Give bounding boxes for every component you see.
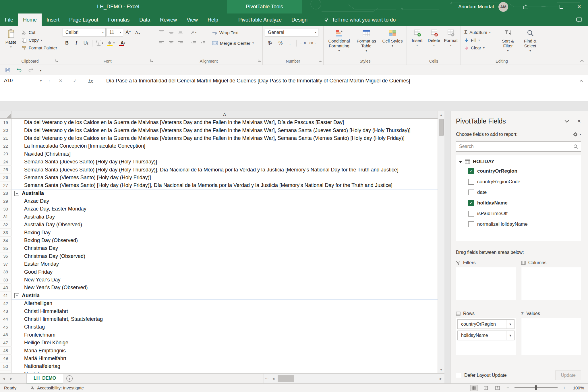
orientation-button[interactable]: ▾ xyxy=(189,28,198,36)
row-header[interactable]: 37 xyxy=(0,260,11,268)
maximize-button[interactable] xyxy=(552,0,570,13)
field-checkbox[interactable]: ✓ xyxy=(468,200,474,206)
user-name[interactable]: Arindam Mondal xyxy=(458,4,494,10)
field-row[interactable]: ✓ date xyxy=(456,187,581,198)
formula-bar-splitter[interactable]: ⋮ xyxy=(47,78,51,83)
tab-splitter[interactable]: ⋯ xyxy=(264,376,270,381)
cell[interactable]: − Día del Veterano y de los Caidos en la… xyxy=(11,126,438,134)
formula-input[interactable]: Día Pase a la Inmortalidad del General M… xyxy=(106,75,571,86)
align-left-button[interactable] xyxy=(157,38,166,47)
ribbon-tab[interactable]: Page Layout xyxy=(64,13,103,26)
horizontal-scroll-thumb[interactable] xyxy=(278,375,294,382)
row-header[interactable]: 35 xyxy=(0,244,11,252)
cell[interactable]: − Christtag xyxy=(11,323,438,331)
row-header[interactable]: 36 xyxy=(0,252,11,260)
field-row[interactable]: ✓ isPaidTimeOff xyxy=(456,208,581,219)
ribbon-tab[interactable]: File xyxy=(0,13,18,26)
cell[interactable]: − Fronleichnam xyxy=(11,331,438,339)
cell[interactable]: − New Year's Day xyxy=(11,276,438,284)
row-header[interactable]: 41 xyxy=(0,292,11,300)
rows-field-pill[interactable]: holidayName ▼ xyxy=(457,331,514,340)
cell[interactable]: − Neujahr xyxy=(11,370,438,374)
format-as-table-button[interactable]: Format as Table ▾ xyxy=(353,28,380,57)
borders-button[interactable]: ▾ xyxy=(94,39,105,47)
redo-button[interactable] xyxy=(26,66,35,74)
cell[interactable]: − Mariä Himmelfahrt xyxy=(11,355,438,362)
table-node[interactable]: HOLIDAY xyxy=(456,158,581,166)
cut-button[interactable]: Cut xyxy=(20,28,58,36)
row-header[interactable]: 21 xyxy=(0,134,11,142)
defer-layout-checkbox[interactable]: Defer Layout Update xyxy=(456,373,507,378)
sheet-nav-left-icon[interactable]: ◀ xyxy=(0,374,7,383)
scroll-left-icon[interactable]: ◀ xyxy=(270,377,277,380)
font-size-select[interactable]: 11▾ xyxy=(107,28,123,37)
ribbon-tab[interactable]: Design xyxy=(287,13,312,26)
find-select-button[interactable]: Find & Select ▾ xyxy=(519,28,541,57)
page-break-view-button[interactable] xyxy=(494,385,501,391)
cell[interactable]: − Australia Day xyxy=(11,213,438,221)
vertical-scroll-thumb[interactable] xyxy=(439,119,444,136)
row-header[interactable]: 30 xyxy=(0,205,11,213)
zoom-out-button[interactable]: − xyxy=(506,385,510,391)
cell[interactable]: − Heilige Drei Könige xyxy=(11,339,438,347)
close-button[interactable]: ✕ xyxy=(570,0,588,13)
cell[interactable]: − Christmas Day (Observed) xyxy=(11,252,438,260)
cell[interactable]: − Día del Veterano y de los Caidos en la… xyxy=(11,119,438,126)
fill-color-button[interactable]: ▾ xyxy=(106,39,117,47)
row-header[interactable]: 23 xyxy=(0,150,11,158)
cell[interactable]: − Australia Day (Observed) xyxy=(11,221,438,229)
percent-style-button[interactable]: % xyxy=(276,39,285,47)
cell[interactable]: − Good Friday xyxy=(11,268,438,276)
cell[interactable]: − Christi Himmelfahrt, Staatsfeiertag xyxy=(11,315,438,323)
sort-filter-button[interactable]: Sort & Filter ▾ xyxy=(497,28,519,57)
minimize-button[interactable] xyxy=(535,0,552,13)
field-row[interactable]: ✓ countryRegionCode xyxy=(456,176,581,187)
customize-qat-button[interactable]: ▾ xyxy=(38,66,44,74)
sheet-tab[interactable]: LH_DEMO xyxy=(26,374,63,383)
horizontal-scrollbar[interactable]: ⋯ ◀ ▶ xyxy=(264,374,444,383)
cell[interactable]: − Anzac Day xyxy=(11,197,438,205)
format-painter-button[interactable]: Format Painter xyxy=(20,44,58,52)
cell[interactable]: − Australia xyxy=(11,190,438,197)
align-right-button[interactable] xyxy=(176,38,185,47)
tools-menu-button[interactable]: ▾ xyxy=(572,132,581,137)
cell[interactable]: − Austria xyxy=(11,292,438,300)
row-header[interactable]: 19 xyxy=(0,119,11,126)
row-header[interactable]: 20 xyxy=(0,126,11,134)
field-checkbox[interactable]: ✓ xyxy=(468,168,474,174)
decrease-font-size-button[interactable]: A▼ xyxy=(134,28,142,37)
format-cells-button[interactable]: Format ▾ xyxy=(443,28,459,57)
row-header[interactable]: 40 xyxy=(0,284,11,291)
paste-button[interactable]: Paste ▾ xyxy=(2,28,20,57)
accessibility-status[interactable]: Accessibility: Investigate xyxy=(30,385,84,390)
conditional-formatting-button[interactable]: Conditional Formatting ▾ xyxy=(326,28,352,57)
avatar[interactable]: AM xyxy=(498,2,508,12)
cell-styles-button[interactable]: Cell Styles ▾ xyxy=(380,28,405,57)
collapse-ribbon-icon[interactable] xyxy=(580,60,584,62)
cell[interactable]: − La Inmaculada Concepción [Immaculate C… xyxy=(11,142,438,150)
decrease-decimal-button[interactable]: .00→ xyxy=(308,39,317,47)
row-header[interactable]: 33 xyxy=(0,229,11,236)
merge-center-button[interactable]: Merge & Center ▾ xyxy=(211,39,255,47)
field-checkbox[interactable]: ✓ xyxy=(468,179,474,185)
insert-function-button[interactable]: fx xyxy=(85,75,96,86)
bold-button[interactable]: B xyxy=(63,39,71,47)
clear-button[interactable]: Clear ▾ xyxy=(463,44,496,52)
ribbon-tab[interactable]: Formulas xyxy=(103,13,134,26)
sheet-nav-right-icon[interactable]: ▶ xyxy=(7,374,15,383)
cell[interactable]: − Semana Santa (Viernes Santo) [Holy day… xyxy=(11,174,438,181)
cell[interactable]: − Nationalfeiertag xyxy=(11,362,438,370)
row-header[interactable]: 31 xyxy=(0,213,11,221)
collapse-group-button[interactable]: − xyxy=(14,293,19,298)
row-header[interactable]: 46 xyxy=(0,331,11,339)
cell[interactable]: − Allerheiligen xyxy=(11,300,438,307)
row-header[interactable]: 28 xyxy=(0,190,11,197)
collapse-formula-bar-icon[interactable] xyxy=(579,80,583,82)
autosum-button[interactable]: Σ AutoSum ▾ xyxy=(463,28,496,36)
vertical-scrollbar[interactable]: ▲ ▼ xyxy=(438,111,444,373)
ribbon-tab[interactable]: Help xyxy=(203,13,223,26)
rows-field-pill[interactable]: countryOrRegion ▼ xyxy=(457,319,514,329)
row-header[interactable]: 34 xyxy=(0,237,11,244)
align-center-button[interactable] xyxy=(167,38,175,47)
field-checkbox[interactable]: ✓ xyxy=(468,190,474,195)
